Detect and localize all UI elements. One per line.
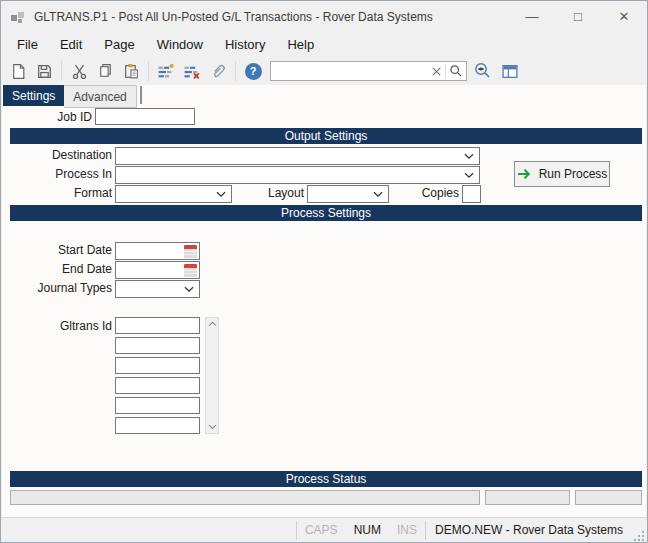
save-icon: [36, 63, 53, 80]
title-bar[interactable]: GLTRANS.P1 - Post All Un-Posted G/L Tran…: [1, 1, 647, 32]
copy-button[interactable]: [92, 59, 118, 83]
attachment-icon: [210, 63, 227, 80]
delete-record-button[interactable]: [179, 59, 205, 83]
format-label: Format: [2, 185, 112, 202]
chevron-down-icon: [464, 153, 474, 160]
search-preview-icon: [473, 62, 492, 80]
menu-bar: File Edit Page Window History Help: [1, 32, 647, 57]
connection-info: DEMO.NEW - Rover Data Systems: [435, 523, 623, 537]
layout-select[interactable]: [307, 185, 389, 203]
gltrans-id-input[interactable]: [115, 317, 200, 334]
calendar-icon[interactable]: [184, 245, 197, 258]
status-bar: CAPS NUM INS DEMO.NEW - Rover Data Syste…: [1, 517, 647, 542]
browse-layout-button[interactable]: [497, 59, 523, 83]
run-process-label: Run Process: [539, 167, 608, 181]
maximize-button[interactable]: □: [555, 1, 601, 32]
resize-grip[interactable]: [633, 530, 645, 542]
chevron-down-icon: [216, 191, 226, 198]
chevron-down-icon: [464, 172, 474, 179]
browse-layout-icon: [501, 63, 519, 80]
app-window: GLTRANS.P1 - Post All Un-Posted G/L Tran…: [0, 0, 648, 543]
journal-types-select[interactable]: [115, 280, 200, 298]
paste-button[interactable]: [118, 59, 144, 83]
new-button[interactable]: [5, 59, 31, 83]
app-icon: [10, 9, 26, 25]
close-button[interactable]: ✕: [601, 1, 647, 32]
job-id-label: Job ID: [2, 109, 92, 126]
process-status-header: Process Status: [10, 471, 642, 487]
job-id-input[interactable]: [95, 108, 195, 125]
toolbar-separator: [148, 61, 149, 81]
tab-settings[interactable]: Settings: [3, 85, 64, 106]
copy-icon: [97, 63, 114, 80]
gltrans-id-input[interactable]: [115, 357, 200, 374]
tab-advanced[interactable]: Advanced: [64, 85, 136, 108]
end-date-field: [115, 261, 200, 279]
gltrans-scrollbar[interactable]: [205, 317, 219, 434]
toolbar-search-box[interactable]: [270, 61, 467, 81]
ins-indicator: INS: [397, 523, 417, 537]
destination-label: Destination: [2, 147, 112, 164]
clear-icon[interactable]: [431, 66, 442, 77]
gltrans-id-input[interactable]: [115, 337, 200, 354]
layout-label: Layout: [242, 185, 304, 202]
toolbar-separator: [61, 61, 62, 81]
paste-icon: [123, 63, 140, 80]
toolbar-separator: [235, 61, 236, 81]
num-indicator: NUM: [354, 523, 381, 537]
start-date-input[interactable]: [116, 244, 184, 258]
tab-strip-end: [140, 86, 142, 104]
copies-input[interactable]: [462, 185, 481, 203]
toolbar: ?: [1, 57, 647, 85]
menu-help[interactable]: Help: [276, 34, 325, 55]
save-button[interactable]: [31, 59, 57, 83]
run-process-button[interactable]: Run Process: [514, 161, 610, 187]
gltrans-id-input[interactable]: [115, 377, 200, 394]
toolbar-search-input[interactable]: [274, 64, 431, 78]
copies-label: Copies: [397, 185, 459, 202]
caps-indicator: CAPS: [305, 523, 338, 537]
search-icon[interactable]: [449, 64, 463, 78]
output-settings-header: Output Settings: [10, 128, 642, 144]
scroll-up-icon[interactable]: [208, 321, 217, 327]
menu-page[interactable]: Page: [93, 34, 145, 55]
start-date-field: [115, 242, 200, 260]
gltrans-id-label: Gltrans Id: [2, 318, 112, 335]
window-controls: — □ ✕: [509, 1, 647, 32]
statusbar-separator: [296, 521, 297, 540]
journal-types-label: Journal Types: [2, 280, 112, 297]
help-icon: ?: [245, 63, 262, 80]
cut-button[interactable]: [66, 59, 92, 83]
new-icon: [10, 63, 27, 80]
process-in-label: Process In: [2, 166, 112, 183]
chevron-down-icon: [373, 191, 383, 198]
search-preview-button[interactable]: [467, 59, 497, 83]
help-button[interactable]: ?: [240, 59, 266, 83]
statusbar-separator: [425, 521, 426, 540]
calendar-icon[interactable]: [184, 264, 197, 277]
minimize-button[interactable]: —: [509, 1, 555, 32]
menu-edit[interactable]: Edit: [49, 34, 93, 55]
menu-window[interactable]: Window: [146, 34, 214, 55]
gltrans-id-input[interactable]: [115, 397, 200, 414]
attachment-button[interactable]: [205, 59, 231, 83]
chevron-down-icon: [184, 286, 194, 293]
process-status-field: [575, 490, 642, 505]
end-date-label: End Date: [2, 261, 112, 278]
add-record-icon: [157, 63, 175, 80]
searchbox-divider: [445, 64, 446, 78]
run-arrow-icon: [517, 168, 532, 180]
scroll-down-icon[interactable]: [208, 424, 217, 430]
start-date-label: Start Date: [2, 242, 112, 259]
cut-icon: [71, 63, 88, 80]
menu-file[interactable]: File: [6, 34, 49, 55]
gltrans-id-input[interactable]: [115, 417, 200, 434]
format-select[interactable]: [115, 185, 232, 203]
form-area: Settings Advanced Job ID Output Settings…: [2, 85, 646, 517]
destination-select[interactable]: [115, 147, 480, 165]
menu-history[interactable]: History: [214, 34, 276, 55]
end-date-input[interactable]: [116, 263, 184, 277]
add-record-button[interactable]: [153, 59, 179, 83]
process-in-select[interactable]: [115, 166, 480, 184]
process-settings-header: Process Settings: [10, 205, 642, 221]
